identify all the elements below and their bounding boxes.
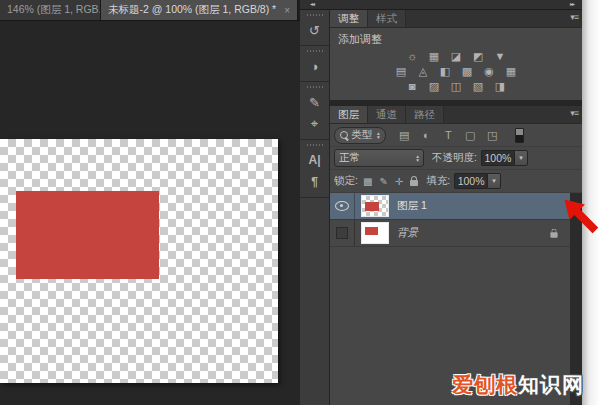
filter-type-icons: ▤ ◐ T ▢ ◳	[398, 129, 499, 142]
collapse-panels-icon[interactable]: ◂◂	[310, 0, 314, 9]
adjustment-layer-filter-icon[interactable]: ◐	[420, 129, 433, 141]
lock-position-icon[interactable]: ✛	[395, 176, 403, 187]
document-tab-1[interactable]: 146% (图层 1, RGB... ×	[0, 0, 101, 20]
red-rectangle-layer-content	[16, 191, 159, 279]
color-lookup-icon[interactable]: ▦	[504, 65, 519, 78]
tab-channels[interactable]: 通道	[368, 106, 406, 123]
gripper-handle[interactable]	[307, 86, 323, 88]
clone-source-panel-icon[interactable]: ⌖	[304, 114, 326, 134]
panel-dock: ◂◂ ▸▸ ↺ ◑ ✎ ⌖ A| ¶	[300, 0, 582, 405]
lock-paint-icon[interactable]: ✎	[379, 176, 387, 187]
photo-filter-icon[interactable]: ▩	[460, 65, 475, 78]
history-panel-icon[interactable]: ↺	[304, 20, 326, 40]
levels-icon[interactable]: ▦	[427, 50, 442, 63]
tab-adjustments[interactable]: 调整	[330, 10, 368, 27]
visibility-cell[interactable]	[330, 193, 355, 219]
invert-icon[interactable]: ◙	[405, 80, 420, 93]
opacity-dropdown-icon[interactable]: ▾	[514, 150, 528, 166]
gripper-handle[interactable]	[307, 14, 323, 16]
adjustments-panel-tabs: 调整 样式 ▾≡	[330, 10, 582, 28]
gradient-map-icon[interactable]: ◨	[493, 80, 508, 93]
document-tab-bar: 146% (图层 1, RGB... × 未标题-2 @ 100% (图层 1,…	[0, 0, 300, 21]
vibrance-icon[interactable]: ▼	[493, 50, 508, 63]
visibility-off-checkbox[interactable]	[336, 227, 348, 239]
lock-icons: ▩ ✎ ✛	[363, 176, 418, 187]
strip-group-type: A| ¶	[300, 140, 329, 198]
channel-mixer-icon[interactable]: ◉	[482, 65, 497, 78]
layer-name[interactable]: 背景	[397, 226, 418, 240]
layer-name[interactable]: 图层 1	[397, 199, 427, 213]
filter-kind-dropdown[interactable]: 类型 ▴▾	[334, 127, 386, 144]
gripper-handle[interactable]	[307, 50, 323, 52]
character-panel-icon[interactable]: A|	[304, 150, 326, 170]
posterize-icon[interactable]: ▨	[427, 80, 442, 93]
filter-kind-label: 类型	[351, 128, 372, 142]
threshold-icon[interactable]: ◫	[449, 80, 464, 93]
expand-panels-icon[interactable]: ▸▸	[570, 0, 574, 9]
fill-value[interactable]: 100%	[454, 173, 487, 189]
tab-layers[interactable]: 图层	[330, 106, 368, 123]
lock-transparency-icon[interactable]: ▩	[363, 176, 372, 187]
blend-mode-dropdown[interactable]: 正常 ▴▾	[334, 149, 424, 167]
hue-saturation-icon[interactable]: ▤	[394, 65, 409, 78]
curves-icon[interactable]: ◪	[449, 50, 464, 63]
lock-all-icon[interactable]	[410, 180, 418, 186]
type-layer-filter-icon[interactable]: T	[442, 129, 455, 141]
adjustment-icon-row-1: ☼ ▦ ◪ ◩ ▼	[336, 50, 576, 63]
blend-mode-value: 正常	[339, 151, 360, 165]
panel-menu-icon[interactable]: ▾≡	[570, 108, 578, 118]
layers-panel-tabs: 图层 通道 路径 ▾≡	[330, 106, 582, 124]
collapsed-panels-strip: ↺ ◑ ✎ ⌖ A| ¶	[300, 10, 330, 405]
tab-paths[interactable]: 路径	[406, 106, 444, 123]
eye-icon[interactable]	[335, 201, 349, 211]
color-balance-icon[interactable]: ◬	[416, 65, 431, 78]
watermark-suffix: 知识网	[518, 373, 584, 396]
tab-styles[interactable]: 样式	[368, 10, 406, 27]
lock-label: 锁定:	[334, 174, 358, 188]
expanded-panels: 调整 样式 ▾≡ 添加调整 ☼ ▦ ◪ ◩ ▼ ▤ ◬	[330, 10, 582, 405]
paragraph-panel-icon[interactable]: ¶	[304, 172, 326, 192]
strip-group-history: ↺	[300, 10, 329, 46]
layer-row-layer1[interactable]: 图层 1	[330, 193, 570, 220]
3d-materials-panel-icon[interactable]: ◑	[304, 56, 326, 76]
opacity-value[interactable]: 100%	[481, 150, 514, 166]
fill-field[interactable]: 100% ▾	[454, 173, 501, 189]
selective-color-icon[interactable]: ▧	[471, 80, 486, 93]
shape-layer-filter-icon[interactable]: ▢	[464, 129, 477, 142]
layer-filter-row: 类型 ▴▾ ▤ ◐ T ▢ ◳	[330, 124, 582, 147]
visibility-cell[interactable]	[330, 220, 355, 246]
search-icon	[340, 131, 348, 139]
dock-header-bar: ◂◂ ▸▸	[300, 0, 582, 10]
document-tab-1-label: 146% (图层 1, RGB...	[7, 3, 101, 17]
thumbnail-red-rect	[365, 227, 378, 235]
panel-menu-icon[interactable]: ▾≡	[570, 12, 578, 22]
black-white-icon[interactable]: ◧	[438, 65, 453, 78]
layer-thumbnail[interactable]	[361, 195, 389, 217]
watermark: 爱刨根知识网	[452, 371, 584, 399]
smart-object-filter-icon[interactable]: ◳	[486, 129, 499, 142]
layer-thumbnail[interactable]	[361, 222, 389, 244]
opacity-field[interactable]: 100% ▾	[481, 150, 528, 166]
filter-switch-toggle[interactable]	[515, 128, 524, 143]
opacity-label: 不透明度:	[432, 151, 477, 165]
fill-dropdown-icon[interactable]: ▾	[487, 173, 501, 189]
exposure-icon[interactable]: ◩	[471, 50, 486, 63]
layers-panel: 图层 通道 路径 ▾≡ 类型 ▴▾ ▤ ◐ T	[330, 106, 582, 405]
brightness-contrast-icon[interactable]: ☼	[405, 50, 420, 63]
document-tab-2-label: 未标题-2 @ 100% (图层 1, RGB/8) *	[108, 3, 276, 17]
add-adjustment-label: 添加调整	[338, 32, 576, 47]
fill-label: 填充:	[426, 174, 450, 188]
thumbnail-red-rect	[365, 202, 379, 211]
strip-group-brush: ✎ ⌖	[300, 82, 329, 140]
brush-presets-panel-icon[interactable]: ✎	[304, 92, 326, 112]
document-canvas[interactable]	[0, 139, 278, 383]
gripper-handle[interactable]	[307, 144, 323, 146]
pixel-layer-filter-icon[interactable]: ▤	[398, 129, 411, 142]
dropdown-arrows-icon: ▴▾	[377, 131, 380, 140]
close-icon[interactable]: ×	[282, 5, 290, 16]
photoshop-window: 146% (图层 1, RGB... × 未标题-2 @ 100% (图层 1,…	[0, 0, 600, 405]
layer-row-background[interactable]: 背景	[330, 220, 570, 247]
document-tab-2[interactable]: 未标题-2 @ 100% (图层 1, RGB/8) * ×	[101, 0, 298, 20]
layer-lock-icon	[550, 232, 557, 237]
blend-opacity-row: 正常 ▴▾ 不透明度: 100% ▾	[330, 147, 582, 170]
